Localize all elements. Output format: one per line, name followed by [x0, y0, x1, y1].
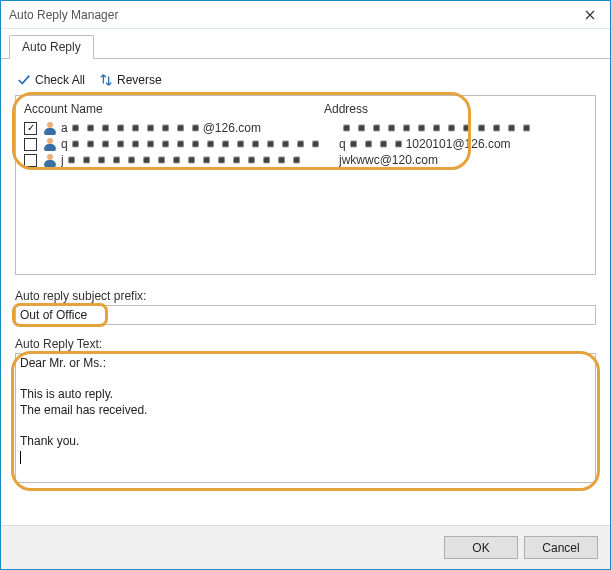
- account-row[interactable]: j◾◾◾◾◾◾◾◾◾◾◾◾◾◾◾◾ jwkwwc@120.com: [24, 152, 587, 168]
- account-address-cell: q◾◾◾◾1020101@126.com: [339, 137, 587, 151]
- column-headers: Account Name Address: [24, 102, 587, 120]
- account-address-cell: ◾◾◾◾◾◾◾◾◾◾◾◾◾: [339, 121, 587, 135]
- ok-button[interactable]: OK: [444, 536, 518, 559]
- account-checkbox[interactable]: [24, 122, 37, 135]
- close-button[interactable]: [570, 1, 610, 29]
- tab-auto-reply[interactable]: Auto Reply: [9, 35, 94, 59]
- column-address[interactable]: Address: [324, 102, 587, 116]
- window-title: Auto Reply Manager: [9, 8, 570, 22]
- reverse-icon: [99, 73, 113, 87]
- check-icon: [17, 73, 31, 87]
- account-icon: [43, 137, 57, 151]
- column-account-name[interactable]: Account Name: [24, 102, 324, 116]
- reverse-label: Reverse: [117, 73, 162, 87]
- text-caret: [20, 451, 21, 464]
- account-icon: [43, 153, 57, 167]
- account-name-cell: q◾◾◾◾◾◾◾◾◾◾◾◾◾◾◾◾◾: [61, 137, 339, 151]
- content-area: Check All Reverse Account Name Address a…: [1, 59, 610, 525]
- cancel-button[interactable]: Cancel: [524, 536, 598, 559]
- dialog-footer: OK Cancel: [1, 525, 610, 569]
- subject-prefix-section: Auto reply subject prefix:: [15, 289, 596, 325]
- subject-prefix-input[interactable]: [15, 305, 596, 325]
- account-checkbox[interactable]: [24, 154, 37, 167]
- title-bar: Auto Reply Manager: [1, 1, 610, 29]
- reply-text-label: Auto Reply Text:: [15, 337, 596, 351]
- reply-text-input[interactable]: Dear Mr. or Ms.: This is auto reply. The…: [15, 353, 596, 483]
- check-all-label: Check All: [35, 73, 85, 87]
- account-list: Account Name Address a◾◾◾◾◾◾◾◾◾@126.com …: [15, 95, 596, 275]
- tab-strip: Auto Reply: [1, 29, 610, 59]
- auto-reply-manager-window: Auto Reply Manager Auto Reply Check All …: [0, 0, 611, 570]
- reverse-button[interactable]: Reverse: [99, 73, 162, 87]
- account-checkbox[interactable]: [24, 138, 37, 151]
- account-row[interactable]: q◾◾◾◾◾◾◾◾◾◾◾◾◾◾◾◾◾ q◾◾◾◾1020101@126.com: [24, 136, 587, 152]
- account-address-cell: jwkwwc@120.com: [339, 153, 587, 167]
- list-toolbar: Check All Reverse: [15, 69, 596, 95]
- account-name-cell: j◾◾◾◾◾◾◾◾◾◾◾◾◾◾◾◾: [61, 153, 339, 167]
- reply-text-section: Auto Reply Text: Dear Mr. or Ms.: This i…: [15, 337, 596, 483]
- account-icon: [43, 121, 57, 135]
- subject-prefix-label: Auto reply subject prefix:: [15, 289, 596, 303]
- account-row[interactable]: a◾◾◾◾◾◾◾◾◾@126.com ◾◾◾◾◾◾◾◾◾◾◾◾◾: [24, 120, 587, 136]
- check-all-button[interactable]: Check All: [17, 73, 85, 87]
- account-name-cell: a◾◾◾◾◾◾◾◾◾@126.com: [61, 121, 339, 135]
- close-icon: [585, 10, 595, 20]
